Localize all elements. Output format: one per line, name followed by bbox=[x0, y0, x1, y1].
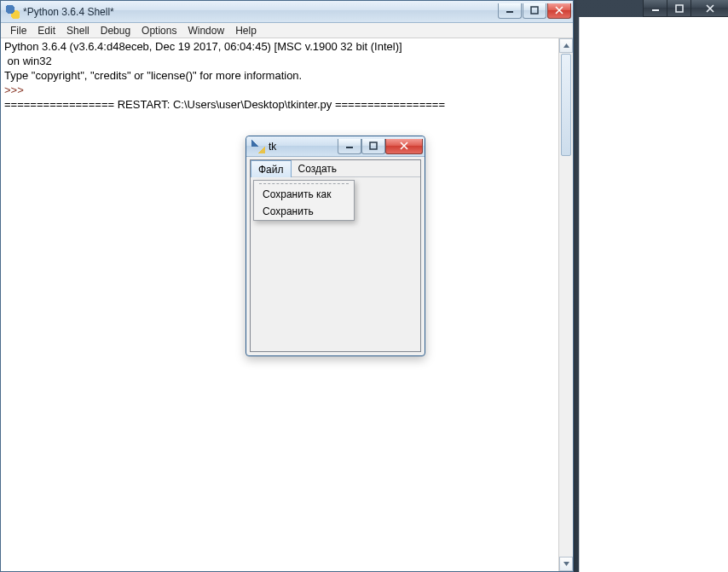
right-blank-pane bbox=[579, 17, 728, 572]
shell-menu-bar: File Edit Shell Debug Options Window Hel… bbox=[1, 23, 573, 38]
menu-item-save-as[interactable]: Сохранить как bbox=[254, 186, 354, 203]
tk-window-title: tk bbox=[269, 141, 276, 153]
menu-window[interactable]: Window bbox=[183, 25, 228, 37]
shell-close-button[interactable] bbox=[547, 3, 571, 19]
shell-output: Python 3.6.4 (v3.6.4:d48eceb, Dec 19 201… bbox=[4, 40, 558, 113]
svg-rect-2 bbox=[370, 142, 377, 149]
outer-maximize-button[interactable] bbox=[667, 0, 690, 17]
shell-vertical-scrollbar[interactable] bbox=[558, 38, 573, 571]
menu-item-save[interactable]: Сохранить bbox=[254, 203, 354, 220]
menu-file[interactable]: File bbox=[6, 25, 31, 37]
tk-window: tk Файл Создать Сохранить к bbox=[246, 136, 425, 356]
svg-rect-0 bbox=[676, 5, 683, 12]
tk-menu-bar: Файл Создать bbox=[251, 160, 420, 177]
outer-close-button[interactable] bbox=[690, 0, 728, 17]
shell-window-title: *Python 3.6.4 Shell* bbox=[23, 6, 114, 18]
tk-feather-icon bbox=[251, 140, 265, 153]
menu-options[interactable]: Options bbox=[137, 25, 181, 37]
tk-file-dropdown: Сохранить как Сохранить bbox=[253, 180, 355, 221]
tk-menu-file[interactable]: Файл bbox=[251, 160, 292, 177]
shell-minimize-button[interactable] bbox=[498, 3, 522, 19]
menu-edit[interactable]: Edit bbox=[33, 25, 60, 37]
tk-minimize-button[interactable] bbox=[338, 139, 361, 154]
scroll-down-arrow-icon[interactable] bbox=[559, 557, 573, 571]
scrollbar-thumb[interactable] bbox=[561, 54, 571, 156]
tk-maximize-button[interactable] bbox=[361, 139, 385, 154]
tk-menu-create[interactable]: Создать bbox=[292, 160, 344, 176]
shell-restart-line: ================= RESTART: C:\Users\user… bbox=[4, 98, 445, 111]
scroll-up-arrow-icon[interactable] bbox=[559, 38, 573, 53]
python-icon bbox=[6, 5, 20, 19]
outer-minimize-button[interactable] bbox=[643, 0, 667, 17]
menu-debug[interactable]: Debug bbox=[96, 25, 135, 37]
shell-maximize-button[interactable] bbox=[523, 3, 546, 19]
tk-close-button[interactable] bbox=[385, 139, 423, 154]
shell-prompt: >>> bbox=[4, 84, 26, 96]
tk-title-bar[interactable]: tk bbox=[246, 136, 425, 157]
svg-rect-1 bbox=[531, 7, 538, 14]
menu-help[interactable]: Help bbox=[231, 25, 261, 37]
outer-window-controls bbox=[643, 0, 728, 17]
shell-title-bar[interactable]: *Python 3.6.4 Shell* bbox=[1, 1, 573, 23]
menu-shell[interactable]: Shell bbox=[62, 25, 94, 37]
